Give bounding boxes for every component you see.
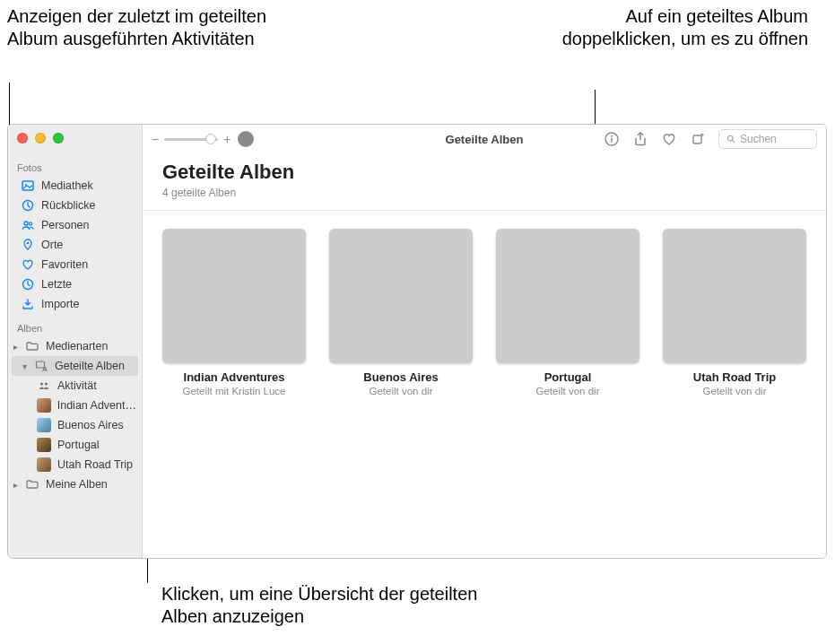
svg-rect-13 — [611, 138, 613, 143]
recent-icon — [21, 277, 35, 292]
svg-point-10 — [45, 382, 48, 385]
folder-icon — [25, 339, 39, 353]
favorite-button[interactable] — [661, 131, 677, 147]
toolbar-title: Geteilte Alben — [446, 133, 524, 146]
sidebar-item-favoriten[interactable]: Favoriten — [8, 255, 142, 274]
sidebar-item-label: Rückblicke — [41, 199, 95, 212]
info-button[interactable] — [604, 131, 620, 147]
filter-button[interactable] — [238, 131, 254, 147]
window-controls — [17, 133, 64, 144]
chevron-right-icon[interactable]: ▸ — [12, 480, 19, 490]
toolbar: − + Geteilte Alben — [143, 125, 826, 153]
album-meta: Geteilt von dir — [496, 386, 639, 396]
callout-activity: Anzeigen der zuletzt im geteilten Album … — [7, 5, 267, 50]
main-content: − + Geteilte Alben — [143, 125, 826, 558]
clock-icon — [21, 198, 35, 213]
sidebar-heading-fotos: Fotos — [8, 159, 142, 176]
zoom-slider[interactable]: − + — [152, 132, 230, 146]
search-icon — [726, 134, 735, 144]
album-card[interactable]: Indian Adventures Geteilt mit Kristin Lu… — [162, 229, 306, 396]
sidebar-item-aktivitaet[interactable]: Aktivität — [8, 376, 142, 396]
sidebar-item-label: Importe — [41, 298, 79, 310]
sidebar-item-album-buenos[interactable]: Buenos Aires — [8, 415, 142, 435]
album-thumbnail — [663, 229, 806, 363]
sidebar-item-label: Geteilte Alben — [55, 360, 125, 372]
album-grid: Indian Adventures Geteilt mit Kristin Lu… — [143, 211, 826, 414]
rotate-button[interactable] — [690, 131, 706, 147]
album-thumbnail — [329, 229, 473, 363]
svg-point-12 — [611, 135, 613, 137]
album-thumb-icon — [37, 398, 51, 413]
album-meta: Geteilt von dir — [329, 386, 473, 396]
fullscreen-window-button[interactable] — [53, 133, 64, 144]
chevron-right-icon[interactable]: ▸ — [12, 342, 19, 352]
zoom-out-icon: − — [152, 132, 159, 146]
sidebar-item-label: Personen — [41, 219, 90, 231]
chevron-down-icon[interactable]: ▾ — [21, 361, 28, 371]
sidebar-item-label: Letzte — [41, 278, 72, 291]
sidebar-item-personen[interactable]: Personen — [8, 215, 142, 235]
album-card[interactable]: Portugal Geteilt von dir — [496, 229, 639, 396]
album-title: Portugal — [496, 370, 639, 384]
people-icon — [21, 218, 35, 232]
sidebar-item-label: Medienarten — [46, 340, 109, 352]
svg-point-3 — [24, 222, 28, 225]
album-meta: Geteilt von dir — [663, 386, 806, 396]
heart-icon — [21, 257, 35, 272]
close-window-button[interactable] — [17, 133, 28, 144]
album-title: Indian Adventures — [162, 370, 306, 384]
album-title: Buenos Aires — [329, 370, 473, 384]
sidebar-item-label: Meine Alben — [46, 478, 108, 491]
album-card[interactable]: Utah Road Trip Geteilt von dir — [663, 229, 806, 396]
callout-overview: Klicken, um eine Übersicht der geteilten… — [161, 583, 520, 628]
album-thumb-icon — [37, 438, 51, 452]
folder-icon — [25, 477, 39, 492]
album-meta: Geteilt mit Kristin Luce — [162, 386, 306, 396]
sidebar-item-letzte[interactable]: Letzte — [8, 274, 142, 294]
zoom-thumb[interactable] — [205, 134, 216, 144]
sidebar-heading-alben: Alben — [8, 319, 142, 336]
content-header: Geteilte Alben 4 geteilte Alben — [143, 153, 826, 205]
callout-open-album: Auf ein geteiltes Album doppelklicken, u… — [539, 5, 808, 50]
search-input[interactable] — [740, 133, 809, 145]
svg-point-9 — [40, 382, 43, 385]
sidebar-item-album-utah[interactable]: Utah Road Trip — [8, 455, 142, 474]
page-title: Geteilte Alben — [162, 161, 806, 184]
sidebar-item-mediathek[interactable]: Mediathek — [8, 176, 142, 196]
svg-point-15 — [727, 135, 733, 141]
page-subtitle: 4 geteilte Alben — [162, 187, 806, 199]
sidebar-item-album-indian[interactable]: Indian Advent… — [8, 396, 142, 415]
import-icon — [21, 297, 35, 311]
sidebar-item-label: Orte — [41, 239, 63, 251]
album-thumb-icon — [37, 457, 51, 472]
svg-rect-14 — [693, 135, 701, 144]
share-button[interactable] — [632, 131, 648, 147]
svg-rect-7 — [37, 361, 45, 368]
sidebar-item-meine-alben[interactable]: ▸ Meine Alben — [8, 474, 142, 494]
minimize-window-button[interactable] — [35, 133, 46, 144]
sidebar-item-label: Favoriten — [41, 258, 88, 271]
sidebar-item-geteilte-alben[interactable]: ▾ Geteilte Alben — [12, 356, 138, 376]
shared-album-icon — [34, 359, 48, 373]
album-thumb-icon — [37, 418, 51, 432]
sidebar-item-orte[interactable]: Orte — [8, 235, 142, 255]
album-card[interactable]: Buenos Aires Geteilt von dir — [329, 229, 473, 396]
album-thumbnail — [496, 229, 639, 363]
sidebar-item-rueckblicke[interactable]: Rückblicke — [8, 196, 142, 215]
svg-point-4 — [29, 222, 31, 225]
album-title: Utah Road Trip — [663, 370, 806, 384]
zoom-track[interactable] — [164, 138, 218, 141]
sidebar-item-importe[interactable]: Importe — [8, 294, 142, 314]
sidebar-item-label: Utah Road Trip — [57, 458, 133, 471]
sidebar-item-label: Portugal — [57, 439, 100, 451]
app-window: Fotos Mediathek Rückblicke Personen Orte — [7, 124, 827, 559]
sidebar: Fotos Mediathek Rückblicke Personen Orte — [8, 125, 143, 558]
sidebar-item-album-portugal[interactable]: Portugal — [8, 435, 142, 455]
search-field[interactable] — [718, 129, 817, 149]
zoom-in-icon: + — [223, 132, 230, 146]
activity-icon — [37, 379, 51, 393]
sidebar-item-medienarten[interactable]: ▸ Medienarten — [8, 336, 142, 356]
library-icon — [21, 178, 35, 193]
sidebar-item-label: Buenos Aires — [57, 419, 124, 431]
sidebar-item-label: Aktivität — [57, 379, 97, 392]
